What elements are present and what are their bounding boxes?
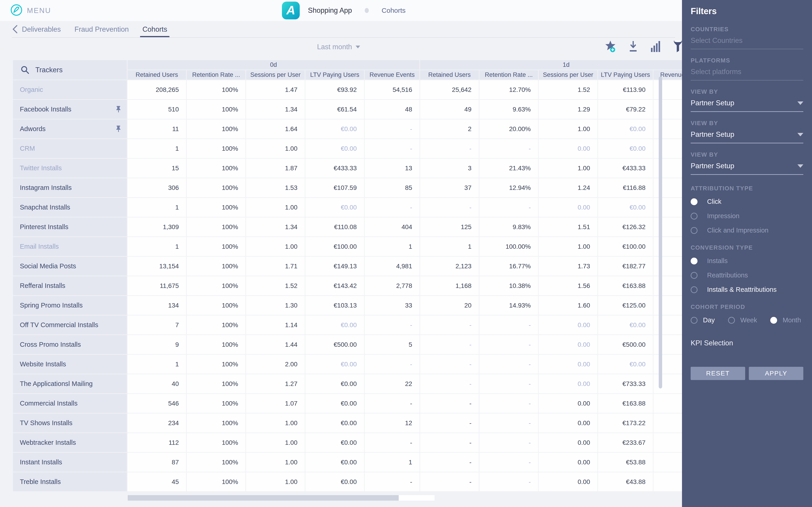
column-header-0d-retention-rate[interactable]: Retention Rate ... <box>187 70 246 79</box>
data-cell: 20.00% <box>479 119 538 138</box>
platforms-input[interactable]: Select platforms <box>691 68 803 80</box>
radio-option-day[interactable]: Day <box>691 317 715 324</box>
radio-option-reattributions[interactable]: Reattributions <box>691 272 803 279</box>
appsflyer-logo-icon[interactable] <box>10 4 23 17</box>
tracker-row-tv-shows-installs[interactable]: TV Shows Installs <box>13 413 127 433</box>
kpi-selection-link[interactable]: KPI Selection <box>691 339 803 347</box>
column-header-1d-retained-users[interactable]: Retained Users <box>420 70 479 79</box>
radio-option-week[interactable]: Week <box>728 317 757 324</box>
data-cell <box>653 218 682 236</box>
download-icon[interactable] <box>627 40 640 53</box>
data-cell <box>653 316 682 334</box>
data-cell <box>653 80 682 99</box>
data-cell: - <box>479 394 538 413</box>
data-cell: 1.47 <box>246 80 305 99</box>
breadcrumb: Cohorts <box>382 7 405 14</box>
tracker-row-website-installs[interactable]: Website Installs <box>13 355 127 374</box>
radio-option-impression[interactable]: Impression <box>691 212 803 220</box>
tracker-row-twitter-installs[interactable]: Twitter Installs <box>13 159 127 178</box>
column-header-0d-sessions-per-user[interactable]: Sessions per User <box>246 70 305 79</box>
tracker-row-refferal-installs[interactable]: Refferal Installs <box>13 276 127 295</box>
view-by-select-2[interactable]: Partner Setup <box>691 99 803 112</box>
filter-field-label: VIEW BY <box>691 151 803 158</box>
data-cell: 1.52 <box>246 276 305 295</box>
column-header-0d-ltv-paying-users[interactable]: LTV Paying Users <box>306 70 364 79</box>
data-cell: 85 <box>365 178 420 197</box>
toolbar-icons <box>604 40 684 53</box>
data-cell: 16.77% <box>479 257 538 276</box>
data-cell: €143.42 <box>306 276 364 295</box>
favorite-add-icon[interactable] <box>604 40 617 53</box>
reset-button[interactable]: RESET <box>691 367 745 380</box>
data-cell: 234 <box>127 413 186 433</box>
data-cell: 9.83% <box>479 218 538 236</box>
tracker-row-adwords[interactable]: Adwords <box>13 119 127 138</box>
radio-option-click-and-impression[interactable]: Click and Impression <box>691 227 803 234</box>
column-header-0d-retained-users[interactable]: Retained Users <box>127 70 186 79</box>
radio-unselected-icon <box>691 227 698 234</box>
select-value: Partner Setup <box>691 99 734 107</box>
countries-input[interactable]: Select Countries <box>691 37 803 49</box>
tracker-search-input[interactable]: Trackers <box>13 60 127 79</box>
data-cell: 0.00 <box>539 413 597 433</box>
view-by-select-3[interactable]: Partner Setup <box>691 130 803 144</box>
column-header-1d-retention-rate[interactable]: Retention Rate ... <box>479 70 538 79</box>
data-cell: 1.00 <box>246 237 305 256</box>
column-header-1d-ltv-paying-users[interactable]: LTV Paying Users <box>598 70 653 79</box>
tracker-row-commercial-installs[interactable]: Commercial Installs <box>13 394 127 413</box>
data-cell: - <box>479 355 538 374</box>
data-cell: - <box>365 355 420 374</box>
horizontal-scrollbar-thumb[interactable] <box>128 495 399 501</box>
tracker-row-social-media-posts[interactable]: Social Media Posts <box>13 257 127 276</box>
tracker-row-organic[interactable]: Organic <box>13 80 127 99</box>
data-cell: 37 <box>420 178 479 197</box>
tracker-row-the-applicationsl-mailing[interactable]: The Applicationsl Mailing <box>13 374 127 393</box>
tracker-search-placeholder: Trackers <box>35 66 62 74</box>
view-by-select-4[interactable]: Partner Setup <box>691 162 803 175</box>
tracker-row-email-installs[interactable]: Email Installs <box>13 237 127 256</box>
radio-option-installs[interactable]: Installs <box>691 257 803 265</box>
bar-chart-icon[interactable] <box>649 40 662 53</box>
data-cell: €126.32 <box>598 218 653 236</box>
column-header-0d-revenue-events[interactable]: Revenue Events <box>365 70 420 79</box>
tracker-row-treble-installs[interactable]: Treble Installs <box>13 472 127 491</box>
column-header-1d-revenue-events[interactable]: Revenue Events <box>653 70 682 79</box>
apply-button[interactable]: APPLY <box>749 367 803 380</box>
filter-group-conversion-type: CONVERSION TYPEInstallsReattributionsIns… <box>691 244 803 293</box>
data-cell: 1.00 <box>246 413 305 433</box>
vertical-scrollbar[interactable] <box>659 76 662 388</box>
radio-option-month[interactable]: Month <box>770 317 801 324</box>
data-cell: 100% <box>187 178 246 197</box>
tracker-row-spring-promo-installs[interactable]: Spring Promo Installs <box>13 296 127 315</box>
tracker-row-instagram-installs[interactable]: Instagram Installs <box>13 178 127 197</box>
tab-cohorts[interactable]: Cohorts <box>142 21 167 38</box>
data-cell: €61.54 <box>306 100 364 119</box>
column-group-0d: 0d <box>127 60 420 69</box>
radio-label: Month <box>782 317 801 324</box>
tracker-row-off-tv-commercial-installs[interactable]: Off TV Commercial Installs <box>13 316 127 334</box>
tracker-row-crm[interactable]: CRM <box>13 139 127 158</box>
data-cell: €107.59 <box>306 178 364 197</box>
chevron-down-icon <box>797 164 803 168</box>
data-cell: - <box>479 413 538 433</box>
column-header-1d-sessions-per-user[interactable]: Sessions per User <box>539 70 597 79</box>
data-cell: €433.33 <box>598 159 653 178</box>
data-cell: €733.33 <box>598 374 653 393</box>
data-cell: €113.90 <box>598 80 653 99</box>
tracker-row-instant-installs[interactable]: Instant Installs <box>13 453 127 472</box>
data-cell: 1.00 <box>246 472 305 491</box>
menu-button[interactable]: MENU <box>27 6 51 15</box>
radio-option-installs-reattributions[interactable]: Installs & Reattributions <box>691 286 803 293</box>
back-chevron-icon[interactable] <box>11 24 18 35</box>
date-range-dropdown[interactable]: Last month <box>317 43 360 51</box>
radio-option-click[interactable]: Click <box>691 198 803 206</box>
tracker-row-cross-promo-installs[interactable]: Cross Promo Installs <box>13 335 127 354</box>
data-cell: - <box>420 374 479 393</box>
data-cell: 1.73 <box>539 257 597 276</box>
tracker-row-snapchat-installs[interactable]: Snapchat Installs <box>13 198 127 217</box>
tracker-row-pinterest-installs[interactable]: Pinterest Installs <box>13 218 127 236</box>
tracker-row-facebook-installs[interactable]: Facebook Installs <box>13 100 127 119</box>
tab-deliverables[interactable]: Deliverables <box>22 21 61 38</box>
tab-fraud-prevention[interactable]: Fraud Prevention <box>74 21 129 38</box>
tracker-row-webtracker-installs[interactable]: Webtracker Installs <box>13 433 127 452</box>
